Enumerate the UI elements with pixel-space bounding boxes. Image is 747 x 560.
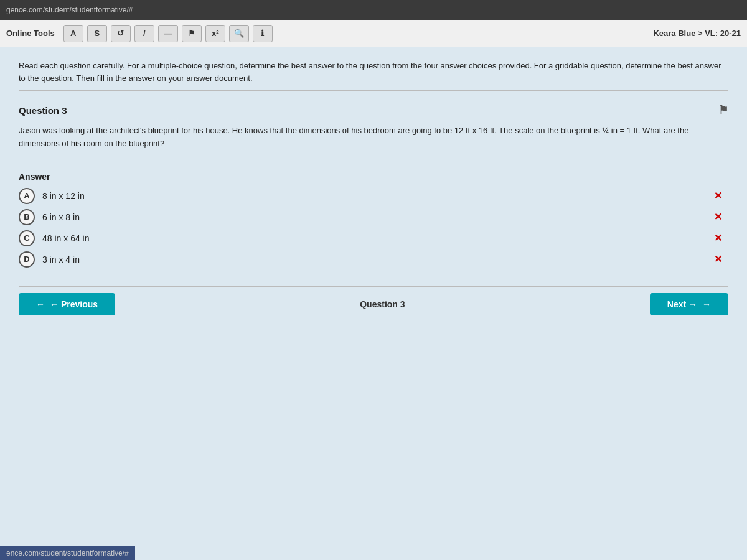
toolbar-label: Online Tools xyxy=(6,29,55,38)
btn-pencil[interactable]: / xyxy=(134,25,154,42)
browser-bar: gence.com/student/studentformative/# xyxy=(0,0,747,20)
flag-icon[interactable]: ⚑ xyxy=(718,103,728,117)
btn-a[interactable]: A xyxy=(63,25,83,42)
option-x-b: ✕ xyxy=(714,211,722,223)
answer-option-b: B 6 in x 8 in ✕ xyxy=(19,209,728,225)
next-button[interactable]: Next → → xyxy=(650,293,728,315)
btn-strikethrough[interactable]: S xyxy=(87,25,107,42)
option-circle-d[interactable]: D xyxy=(19,251,35,268)
option-x-a: ✕ xyxy=(714,190,722,202)
main-content: Read each question carefully. For a mult… xyxy=(0,47,747,560)
option-circle-a[interactable]: A xyxy=(19,188,35,204)
bottom-bar-text: ence.com/student/studentformative/# xyxy=(6,549,129,558)
option-x-c: ✕ xyxy=(714,232,722,244)
answer-option-c: C 48 in x 64 in ✕ xyxy=(19,230,728,246)
question-text: Jason was looking at the architect's blu… xyxy=(19,124,728,151)
btn-search[interactable]: 🔍 xyxy=(229,25,249,42)
option-x-d: ✕ xyxy=(714,253,722,265)
next-arrow-icon: → xyxy=(702,299,711,309)
option-text-d: 3 in x 4 in xyxy=(42,254,728,264)
browser-url: gence.com/student/studentformative/# xyxy=(6,6,133,14)
btn-dash[interactable]: — xyxy=(158,25,178,42)
answer-options-section: Answer A 8 in x 12 in ✕ B 6 in x 8 in ✕ … xyxy=(19,162,728,268)
btn-superscript[interactable]: x² xyxy=(205,25,225,42)
bottom-bar: ence.com/student/studentformative/# xyxy=(0,546,135,560)
nav-center-label: Question 3 xyxy=(360,299,405,309)
previous-label: ← Previous xyxy=(50,299,98,309)
next-label: Next → xyxy=(667,299,697,309)
option-text-c: 48 in x 64 in xyxy=(42,233,728,243)
navigation-bar: ← ← Previous Question 3 Next → → xyxy=(19,286,728,322)
btn-flag[interactable]: ⚑ xyxy=(182,25,202,42)
answer-label: Answer xyxy=(19,172,728,182)
toolbar: Online Tools A S ↺ / — ⚑ x² 🔍 ℹ Keara Bl… xyxy=(0,20,747,47)
answer-option-d: D 3 in x 4 in ✕ xyxy=(19,251,728,268)
previous-arrow-icon: ← xyxy=(36,299,45,309)
option-text-b: 6 in x 8 in xyxy=(42,212,728,222)
option-circle-b[interactable]: B xyxy=(19,209,35,225)
option-text-a: 8 in x 12 in xyxy=(42,191,728,201)
keara-info: Keara Blue > VL: 20-21 xyxy=(653,29,741,38)
option-circle-c[interactable]: C xyxy=(19,230,35,246)
instructions-text: Read each question carefully. For a mult… xyxy=(19,60,728,91)
btn-info[interactable]: ℹ xyxy=(253,25,273,42)
btn-undo[interactable]: ↺ xyxy=(111,25,131,42)
previous-button[interactable]: ← ← Previous xyxy=(19,293,115,315)
question-number: Question 3 xyxy=(19,105,67,116)
answer-option-a: A 8 in x 12 in ✕ xyxy=(19,188,728,204)
question-header: Question 3 ⚑ xyxy=(19,103,728,117)
